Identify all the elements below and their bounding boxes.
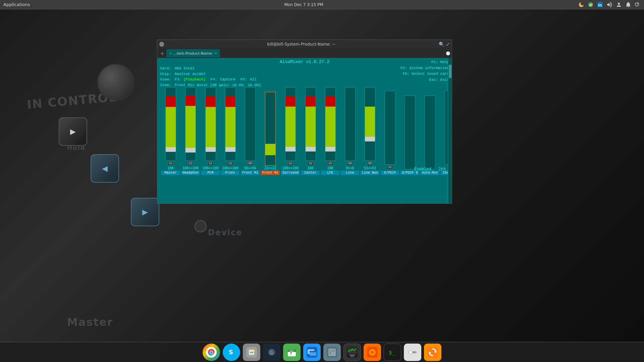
fader-track-spdif[interactable] [385,91,395,165]
fader-surround-value: 100<>100 [282,166,299,170]
fader-front-value: 100<>100 [222,166,238,170]
fader-line-value: 0<>0 [346,166,354,170]
fader-line-name: Line [341,171,359,175]
fader-pcm-indicator: 00 [208,162,213,166]
fader-track-frontmic2[interactable] [265,92,276,166]
fader-track-line[interactable] [345,87,356,161]
item-label: Item: [160,83,171,87]
button-forward[interactable]: ▶ [131,198,159,226]
dock-calculator[interactable]: 3.14 π [323,344,341,361]
dock-browser2[interactable] [303,344,321,361]
fader-headphone: 00 100<>100 Headphon [181,87,200,175]
knob-main [97,64,134,101]
chip-value: Realtek ALC887 [175,72,206,76]
fader-headphone-indicator: 00 [188,162,194,166]
button-next[interactable]: ▶ [59,117,87,146]
terminal-tab-active[interactable]: ✕ ...tem-Product-Name: ~ [166,49,220,57]
fader-track-frontmic1[interactable] [245,87,256,161]
view-label: View: [160,77,171,81]
scroll-thumb[interactable] [449,65,451,78]
new-tab-button[interactable]: + [159,50,166,57]
fader-spdif-indicator: 00 [387,165,393,169]
svg-point-41 [409,351,412,354]
check-icon[interactable] [587,1,594,8]
view-f4: F4: [211,77,217,81]
card-value: HDA Intel [175,66,195,70]
fader-track-spdif-d[interactable] [405,96,415,169]
nightmode-icon[interactable] [578,1,585,8]
fader-line-indicator: MM [347,162,353,166]
fader-track-front[interactable] [225,87,236,161]
fader-track-pcm[interactable] [205,87,216,161]
svg-rect-32 [350,355,354,357]
fader-headphone-value: 100<>100 [182,166,199,170]
fader-front: 00 100<>100 Front [221,87,239,175]
users-icon[interactable] [615,1,623,8]
applications-menu[interactable]: Applications [3,2,30,7]
svg-text:♪: ♪ [372,351,373,354]
fader-spdif-d: S/PDIF D [400,96,419,175]
linkedin-icon[interactable]: in [596,1,604,8]
dock-calendar[interactable]: Dec 7 [283,344,301,361]
dock-settings[interactable] [404,344,421,361]
enabled-2ch-label: Enabled 2ch [414,167,446,172]
dock-steam[interactable]: ♨ [263,344,280,361]
alsamixer-scrollbar[interactable] [448,58,452,203]
fader-lfe-name: LFE [321,171,339,175]
fader-frontmic1-value: 56<>56 [244,166,256,170]
view-f3: F3: [175,77,181,81]
dock-skype[interactable]: S [223,344,240,361]
fader-front-name: Front [221,171,239,175]
svg-text:S: S [229,349,233,356]
dock-files[interactable] [243,344,260,361]
terminal-title: bill@bill-System-Product-Name: ~ [165,42,437,47]
fader-track-master[interactable] [165,87,176,161]
dock-chrome[interactable] [203,344,220,361]
fader-lineboost-name: Line Boo [361,171,379,175]
terminal-window: ✕ bill@bill-System-Product-Name: ~ 🔍 ⤢ +… [157,40,452,204]
fader-center-name: Center [301,171,320,175]
keyboard-text-device: Device [208,228,243,237]
window-close-button[interactable]: ✕ [159,42,164,47]
volume-icon[interactable] [606,1,613,8]
terminal-titlebar: ✕ bill@bill-System-Product-Name: ~ 🔍 ⤢ [157,40,452,49]
taskbar-right: in [578,1,644,8]
shortcut-f6: F6: Select sound card [400,71,449,77]
fader-frontmic2-name: Front Mi [261,171,280,175]
fader-surround-name: Surround [281,171,300,175]
dock-sysmon[interactable] [343,344,361,361]
fader-center: 00 100 Center [301,87,320,175]
svg-point-8 [210,351,213,353]
faders-row: 00 100 Master 00 100<>100 Headphon [160,88,449,175]
fader-track-lineboost[interactable] [365,87,375,161]
terminal-expand-button[interactable]: ⤢ [446,42,450,47]
svg-text:in: in [598,3,602,7]
svg-text:π: π [329,352,331,355]
fader-headphone-name: Headphon [181,171,200,175]
fader-track-surround[interactable] [285,87,296,161]
card-label: Card: [160,66,171,70]
svg-text:7: 7 [290,352,292,356]
tab-close-button[interactable]: ✕ [169,52,172,55]
fader-lineboost-value: 53<>53 [364,166,376,170]
fader-track-center[interactable] [305,87,316,161]
dock-music[interactable]: ♪ [364,344,381,361]
power-icon[interactable] [634,1,641,8]
dock-terminal[interactable]: $_ [384,344,401,361]
svg-point-1 [581,2,584,5]
view-f4-value: Capture [220,77,235,81]
fader-master: 00 100 Master [161,87,180,175]
fader-automute: Auto-Mut [421,96,439,175]
terminal-search-button[interactable]: 🔍 [439,42,444,47]
svg-rect-31 [349,354,356,355]
fader-master-value: 100 [167,166,173,170]
fader-track-lfe[interactable] [325,87,336,161]
fader-center-value: 100 [308,166,314,170]
notifications-icon[interactable] [625,1,632,8]
datetime-display: Mon Dec 7 3:15 PM [284,2,323,7]
enabled-label: Enabled [414,167,431,172]
dock-refresh[interactable] [424,344,441,361]
button-back[interactable]: ◀ [91,154,119,183]
fader-track-headphone[interactable] [185,87,196,161]
fader-track-automute[interactable] [425,96,435,169]
